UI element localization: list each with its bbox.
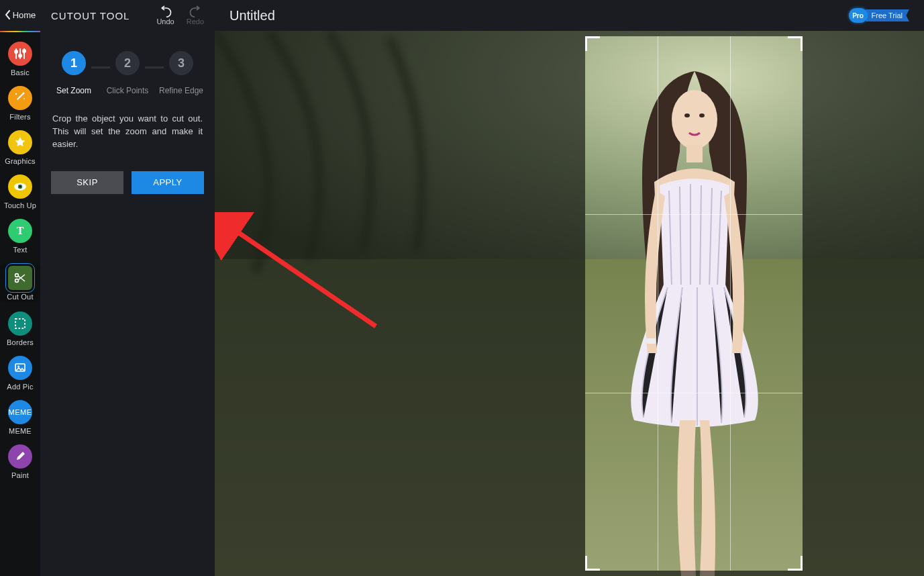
crop-dimmer bbox=[215, 31, 924, 576]
undo-icon bbox=[159, 5, 172, 17]
step-label: Refine Edge bbox=[159, 86, 203, 95]
image-icon bbox=[8, 356, 32, 380]
nav-label: Text bbox=[13, 246, 28, 254]
svg-point-17 bbox=[17, 366, 19, 368]
svg-point-7 bbox=[15, 93, 17, 95]
frame-icon bbox=[8, 311, 32, 336]
canvas-header: Untitled Pro Free Trial bbox=[215, 0, 924, 31]
help-text: Crop the object you want to cut out. Thi… bbox=[40, 101, 215, 151]
rainbow-divider bbox=[0, 31, 40, 32]
svg-point-9 bbox=[23, 98, 25, 99]
svg-point-4 bbox=[19, 54, 21, 57]
pro-ribbon: Free Trial bbox=[866, 9, 909, 21]
step-number: 2 bbox=[115, 51, 140, 75]
nav-basic[interactable]: Basic bbox=[0, 42, 40, 77]
wand-icon bbox=[8, 86, 32, 110]
crop-rect[interactable] bbox=[585, 36, 803, 571]
button-row: SKIP APPLY bbox=[40, 151, 215, 194]
nav-label: Borders bbox=[7, 338, 34, 346]
crop-handle-tr[interactable] bbox=[788, 36, 803, 51]
nav-meme[interactable]: MEME MEME bbox=[0, 400, 40, 435]
nav-borders[interactable]: Borders bbox=[0, 311, 40, 346]
step-click-points[interactable]: 2 Click Points bbox=[101, 51, 154, 95]
step-number: 3 bbox=[169, 51, 193, 75]
canvas[interactable] bbox=[215, 31, 924, 576]
pro-chip: Pro bbox=[849, 8, 868, 23]
svg-rect-6 bbox=[17, 93, 23, 100]
redo-icon bbox=[189, 5, 202, 17]
svg-point-35 bbox=[684, 113, 690, 117]
undo-redo-group: Undo Redo bbox=[156, 5, 204, 26]
svg-point-34 bbox=[672, 90, 717, 149]
text-icon: T bbox=[8, 219, 32, 243]
step-connector bbox=[91, 66, 110, 68]
nav-label: Basic bbox=[11, 68, 30, 77]
svg-rect-15 bbox=[15, 319, 25, 328]
redo-label: Redo bbox=[187, 17, 204, 26]
undo-button[interactable]: Undo bbox=[156, 5, 174, 26]
crop-preview bbox=[585, 36, 803, 571]
left-nav: Home Basic Filters Graphics Touch Up bbox=[0, 0, 40, 576]
nav-filters[interactable]: Filters bbox=[0, 86, 40, 121]
step-number: 1 bbox=[62, 51, 86, 75]
nav-graphics[interactable]: Graphics bbox=[0, 130, 40, 165]
scissors-icon bbox=[8, 266, 32, 290]
panel-header: CUTOUT TOOL Undo Redo bbox=[40, 0, 215, 31]
nav-label: Touch Up bbox=[4, 201, 36, 209]
apply-button[interactable]: APPLY bbox=[132, 171, 204, 194]
step-label: Click Points bbox=[107, 86, 149, 95]
step-set-zoom[interactable]: 1 Set Zoom bbox=[47, 51, 101, 95]
nav-addpic[interactable]: Add Pic bbox=[0, 356, 40, 391]
nav-label: Graphics bbox=[5, 157, 36, 165]
nav-label: Add Pic bbox=[7, 383, 33, 391]
home-button[interactable]: Home bbox=[0, 0, 40, 31]
crop-grid-line bbox=[658, 36, 658, 571]
svg-rect-44 bbox=[646, 338, 656, 344]
nav-label: Filters bbox=[9, 113, 30, 121]
crop-handle-tl[interactable] bbox=[585, 36, 600, 51]
nav-paint[interactable]: Paint bbox=[0, 444, 40, 479]
svg-point-5 bbox=[23, 50, 25, 52]
skip-button[interactable]: SKIP bbox=[51, 171, 123, 194]
step-label: Set Zoom bbox=[56, 86, 91, 95]
undo-label: Undo bbox=[156, 17, 174, 26]
crop-handle-br[interactable] bbox=[788, 556, 803, 571]
chevron-left-icon bbox=[5, 10, 11, 19]
crop-grid-line bbox=[730, 36, 731, 571]
eye-icon bbox=[8, 175, 32, 199]
home-label: Home bbox=[13, 10, 36, 20]
brush-icon bbox=[8, 444, 32, 469]
crop-grid-line bbox=[585, 393, 803, 393]
nav-label: Cut Out bbox=[7, 293, 33, 301]
svg-point-12 bbox=[19, 186, 21, 188]
nav-cutout[interactable]: Cut Out bbox=[0, 263, 40, 302]
tool-panel: CUTOUT TOOL Undo Redo 1 Set Zoom 2 Cl bbox=[40, 0, 215, 576]
svg-point-36 bbox=[699, 113, 705, 117]
meme-icon: MEME bbox=[8, 400, 32, 424]
nav-text[interactable]: T Text bbox=[0, 219, 40, 254]
svg-point-8 bbox=[23, 93, 25, 95]
pro-badge[interactable]: Pro Free Trial bbox=[849, 7, 909, 23]
document-title: Untitled bbox=[229, 8, 275, 23]
nav-touchup[interactable]: Touch Up bbox=[0, 175, 40, 209]
nav-label: Paint bbox=[11, 471, 29, 479]
panel-title: CUTOUT TOOL bbox=[51, 10, 130, 21]
svg-rect-37 bbox=[686, 145, 703, 162]
step-connector bbox=[145, 66, 164, 68]
stepper: 1 Set Zoom 2 Click Points 3 Refine Edge bbox=[40, 31, 215, 101]
star-icon bbox=[8, 130, 32, 154]
redo-button: Redo bbox=[187, 5, 204, 26]
crop-handle-bl[interactable] bbox=[585, 556, 600, 571]
crop-grid-line bbox=[585, 214, 803, 215]
step-refine-edge[interactable]: 3 Refine Edge bbox=[154, 51, 208, 95]
canvas-area: Untitled Pro Free Trial bbox=[215, 0, 924, 576]
svg-point-3 bbox=[15, 50, 17, 53]
nav-label: MEME bbox=[9, 427, 32, 435]
sliders-icon bbox=[8, 42, 32, 66]
